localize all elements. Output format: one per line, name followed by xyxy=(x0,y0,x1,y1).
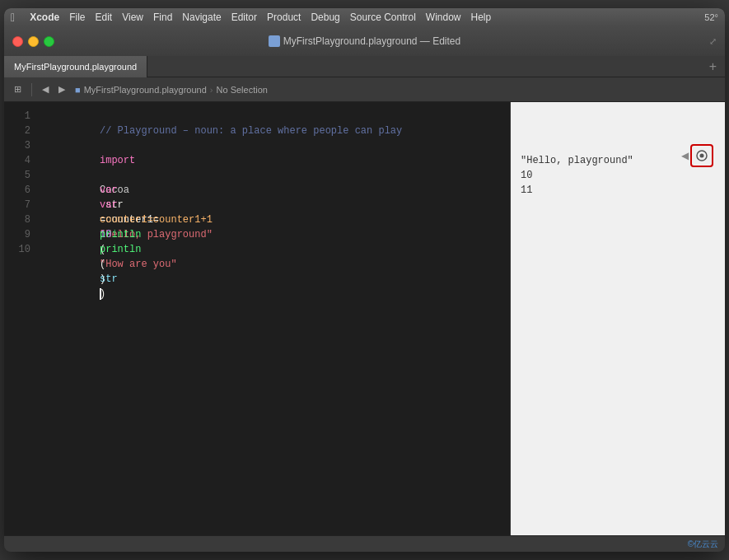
menu-find[interactable]: Find xyxy=(148,12,177,23)
line-num-8: 8 xyxy=(4,212,37,227)
space xyxy=(100,170,105,181)
quick-look-button[interactable] xyxy=(690,144,713,167)
breadcrumb: ■ MyFirstPlayground.playground › No Sele… xyxy=(75,85,268,95)
menu-xcode[interactable]: Xcode xyxy=(25,12,64,23)
window-title-text: MyFirstPlayground.playground — Edited xyxy=(283,35,460,47)
playground-file-icon xyxy=(269,35,280,47)
line-num-9: 9 xyxy=(4,227,37,242)
func-println-9: println xyxy=(100,244,141,255)
tab-label: MyFirstPlayground.playground xyxy=(14,62,137,72)
breadcrumb-file-icon: ■ xyxy=(75,85,81,95)
var-keyword-5: var xyxy=(100,184,118,196)
menu-navigate[interactable]: Navigate xyxy=(177,12,226,23)
tab-playground[interactable]: MyFirstPlayground.playground xyxy=(4,56,147,77)
breadcrumb-separator: › xyxy=(210,85,213,95)
code-line-3: import Cocoa xyxy=(40,138,510,153)
main-window:  Xcode File Edit View Find Navigate Edi… xyxy=(4,8,725,552)
add-tab-button[interactable]: + xyxy=(704,59,722,74)
import-keyword: import xyxy=(100,155,135,166)
line-num-2: 2 xyxy=(4,124,37,138)
apple-menu[interactable]:  xyxy=(11,11,15,24)
menu-debug[interactable]: Debug xyxy=(306,12,344,23)
menu-editor[interactable]: Editor xyxy=(227,12,262,23)
func-println-8: println xyxy=(100,229,141,240)
output-line-2: 10 xyxy=(521,168,715,183)
line-num-6: 6 xyxy=(4,183,37,198)
close-button[interactable] xyxy=(12,36,23,47)
var-keyword-6: var xyxy=(100,199,118,211)
comment-text: // Playground – noun: a place where peop… xyxy=(100,125,402,137)
line-numbers: 1 2 3 4 5 6 7 8 9 10 xyxy=(4,102,37,535)
tabbar: MyFirstPlayground.playground + xyxy=(4,56,725,77)
brand-logo: ©亿云云 xyxy=(688,539,718,550)
menubar:  Xcode File Edit View Find Navigate Edi… xyxy=(4,8,725,26)
svg-point-1 xyxy=(700,154,704,158)
toolbar-separator xyxy=(31,83,32,96)
menu-window[interactable]: Window xyxy=(421,12,466,23)
statusbar: ©亿云云 xyxy=(4,535,725,552)
assign-line-7: counter1=counter1+1 xyxy=(100,214,213,226)
var-str: str xyxy=(100,273,118,285)
menu-help[interactable]: Help xyxy=(466,12,497,23)
line-num-4: 4 xyxy=(4,153,37,168)
toolbar: ⊞ ◀ ▶ ■ MyFirstPlayground.playground › N… xyxy=(4,77,725,102)
output-panel: "Hello, playground" 10 11 ◀ xyxy=(511,102,725,535)
forward-button[interactable]: ▶ xyxy=(55,82,68,96)
menu-product[interactable]: Product xyxy=(262,12,306,23)
line-num-5: 5 xyxy=(4,168,37,183)
menu-file[interactable]: File xyxy=(64,12,90,23)
menu-view[interactable]: View xyxy=(117,12,148,23)
code-editor[interactable]: 1 2 3 4 5 6 7 8 9 10 // Playground – nou… xyxy=(4,102,511,535)
string-literal-8: "How are you" xyxy=(100,259,177,270)
titlebar: MyFirstPlayground.playground — Edited ⤢ xyxy=(4,26,725,56)
window-title: MyFirstPlayground.playground — Edited xyxy=(269,35,460,47)
breadcrumb-child[interactable]: No Selection xyxy=(217,85,268,95)
breadcrumb-root[interactable]: MyFirstPlayground.playground xyxy=(84,85,207,95)
code-content[interactable]: // Playground – noun: a place where peop… xyxy=(37,102,510,535)
menu-edit[interactable]: Edit xyxy=(90,12,117,23)
line-num-3: 3 xyxy=(4,138,37,153)
expand-button[interactable]: ⤢ xyxy=(709,36,717,47)
grid-view-button[interactable]: ⊞ xyxy=(11,82,25,96)
output-line-3: 11 xyxy=(521,183,715,198)
back-button[interactable]: ◀ xyxy=(39,82,52,96)
line-num-10: 10 xyxy=(4,242,37,257)
traffic-lights xyxy=(12,36,54,47)
line-num-7: 7 xyxy=(4,198,37,212)
eye-icon xyxy=(695,149,708,162)
temperature-display: 52° xyxy=(704,12,718,22)
code-line-5: var str = "Hello, playground" xyxy=(40,168,510,183)
maximize-button[interactable] xyxy=(44,36,54,47)
code-line-1: // Playground – noun: a place where peop… xyxy=(40,109,510,124)
line-num-1: 1 xyxy=(4,109,37,124)
menu-source-control[interactable]: Source Control xyxy=(345,12,421,23)
quick-look-prev-icon[interactable]: ◀ xyxy=(681,150,689,161)
main-content: 1 2 3 4 5 6 7 8 9 10 // Playground – nou… xyxy=(4,102,725,535)
minimize-button[interactable] xyxy=(28,36,39,47)
